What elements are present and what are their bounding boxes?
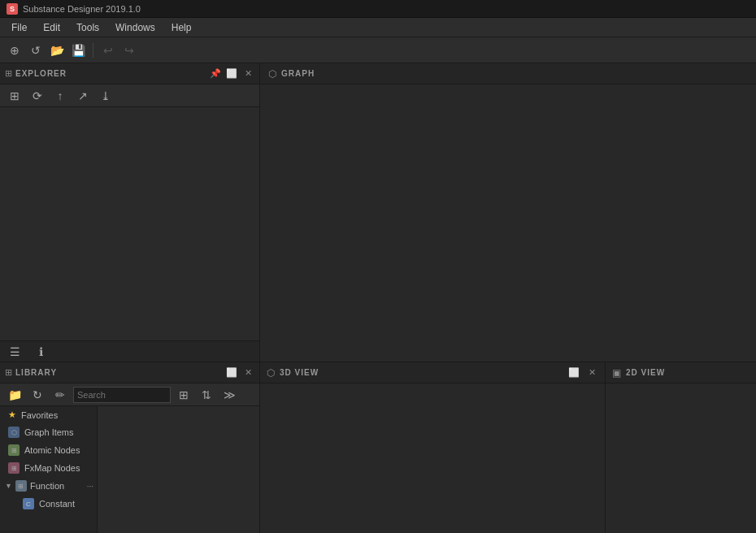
- close-icon: ✕: [589, 367, 596, 378]
- star-icon: ★: [8, 410, 16, 420]
- graph-content[interactable]: [260, 84, 756, 362]
- constant-icon: C: [23, 498, 34, 509]
- explorer-header: ⊞ EXPLORER 📌 ⬜ ✕: [0, 63, 259, 84]
- search-input[interactable]: [77, 390, 167, 400]
- right-panel: ⬡ GRAPH ⬡ 3D VIEW ⬜ ✕: [260, 63, 756, 533]
- import-icon: ⤓: [101, 89, 111, 102]
- new-file-button[interactable]: ⊕: [5, 41, 24, 60]
- function-more-icon[interactable]: ···: [87, 482, 93, 491]
- menu-windows[interactable]: Windows: [107, 18, 163, 37]
- constant-label: Constant: [39, 499, 90, 509]
- title-bar: S Substance Designer 2019.1.0: [0, 0, 756, 18]
- sidebar-item-fxmap-nodes[interactable]: ⊞ FxMap Nodes: [0, 459, 97, 477]
- toolbar-separator: [93, 43, 93, 58]
- view3d-content[interactable]: [260, 384, 605, 533]
- explorer-maximize-button[interactable]: ⬜: [225, 67, 238, 80]
- 3d-view-icon: ⬡: [267, 367, 275, 379]
- main-toolbar: ⊕ ↺ 📂 💾 ↩ ↪: [0, 37, 756, 63]
- graph-panel: ⬡ GRAPH: [260, 63, 756, 362]
- library-close-button[interactable]: ✕: [241, 366, 254, 379]
- explorer-info-button[interactable]: ℹ: [31, 342, 50, 362]
- view2d-panel: ▣ 2D VIEW: [606, 362, 756, 533]
- atomic-nodes-icon: ⊞: [8, 444, 20, 456]
- explorer-bottom: ☰ ℹ: [0, 340, 259, 362]
- maximize-icon: ⬜: [568, 367, 580, 378]
- open-file-button[interactable]: 📂: [47, 41, 67, 60]
- sidebar-item-function[interactable]: ▼ ⊞ Function ···: [0, 477, 97, 495]
- add-icon: ⊞: [10, 89, 20, 102]
- redo-icon: ↪: [124, 44, 134, 57]
- menu-tools[interactable]: Tools: [68, 18, 107, 37]
- explorer-list-button[interactable]: ☰: [5, 342, 24, 362]
- sidebar-item-atomic-nodes[interactable]: ⊞ Atomic Nodes: [0, 441, 97, 459]
- explorer-panel: ⊞ EXPLORER 📌 ⬜ ✕ ⊞ ⟳: [0, 63, 259, 362]
- filter-button[interactable]: ⊞: [174, 385, 193, 405]
- library-edit-button[interactable]: ✏: [50, 385, 70, 405]
- undo-icon: ↩: [103, 44, 113, 57]
- fxmap-nodes-icon: ⊞: [8, 462, 20, 474]
- search-container[interactable]: [73, 387, 171, 403]
- more-button[interactable]: ≫: [219, 385, 239, 405]
- undo-button[interactable]: ↩: [98, 41, 118, 60]
- favorites-label: Favorites: [21, 410, 90, 420]
- left-panel: ⊞ EXPLORER 📌 ⬜ ✕ ⊞ ⟳: [0, 63, 260, 533]
- library-refresh-button[interactable]: ↻: [28, 385, 47, 405]
- chevron-down-icon: ▼: [5, 482, 12, 490]
- close-icon: ✕: [245, 367, 252, 378]
- export-icon: ↗: [78, 89, 88, 102]
- library-main-content: [98, 406, 259, 533]
- explorer-pin-button[interactable]: 📌: [209, 67, 222, 80]
- explorer-close-button[interactable]: ✕: [241, 67, 254, 80]
- explorer-link-button[interactable]: ⟳: [28, 86, 47, 106]
- edit-icon: ✏: [55, 388, 65, 401]
- view2d-content[interactable]: [606, 384, 756, 533]
- graph-title: GRAPH: [281, 69, 748, 78]
- explorer-toolbar: ⊞ ⟳ ↑ ↗ ⤓: [0, 84, 259, 107]
- view2d-header: ▣ 2D VIEW: [606, 362, 756, 384]
- filter-icon: ⊞: [179, 388, 189, 401]
- 2d-view-icon: ▣: [612, 367, 621, 379]
- library-title: LIBRARY: [15, 368, 222, 377]
- sort-icon: ⇅: [202, 388, 211, 401]
- maximize-icon: ⬜: [226, 68, 237, 79]
- graph-header: ⬡ GRAPH: [260, 63, 756, 84]
- open-recent-icon: ↺: [31, 44, 41, 57]
- pin-icon: 📌: [210, 68, 221, 79]
- library-tree: ★ Favorites ⬡ Graph Items ⊞ Atomic Nodes…: [0, 406, 98, 533]
- menu-help[interactable]: Help: [163, 18, 200, 37]
- view2d-title: 2D VIEW: [626, 368, 749, 377]
- main-layout: ⊞ EXPLORER 📌 ⬜ ✕ ⊞ ⟳: [0, 63, 756, 533]
- explorer-import-button[interactable]: ⤓: [96, 86, 115, 106]
- open-recent-button[interactable]: ↺: [26, 41, 46, 60]
- function-icon: ⊞: [15, 480, 27, 492]
- sidebar-item-constant[interactable]: C Constant: [0, 495, 97, 513]
- library-folder-button[interactable]: 📁: [5, 385, 24, 405]
- explorer-header-icon: ⊞: [5, 68, 12, 79]
- view3d-header: ⬡ 3D VIEW ⬜ ✕: [260, 362, 605, 384]
- sidebar-item-graph-items[interactable]: ⬡ Graph Items: [0, 423, 97, 441]
- refresh-icon: ↻: [33, 388, 42, 401]
- view3d-maximize-button[interactable]: ⬜: [567, 366, 580, 379]
- redo-button[interactable]: ↪: [119, 41, 139, 60]
- library-maximize-button[interactable]: ⬜: [225, 366, 238, 379]
- list-icon: ☰: [10, 345, 20, 358]
- more-icon: ≫: [224, 388, 236, 401]
- save-file-button[interactable]: 💾: [68, 41, 88, 60]
- explorer-title: EXPLORER: [15, 69, 206, 78]
- sort-button[interactable]: ⇅: [197, 385, 216, 405]
- sidebar-item-favorites[interactable]: ★ Favorites: [0, 406, 97, 423]
- menu-edit[interactable]: Edit: [35, 18, 68, 37]
- graph-items-icon: ⬡: [8, 427, 20, 438]
- fxmap-nodes-label: FxMap Nodes: [24, 463, 90, 473]
- explorer-export-button[interactable]: ↗: [73, 86, 93, 106]
- upload-icon: ↑: [58, 89, 63, 102]
- atomic-nodes-label: Atomic Nodes: [24, 445, 90, 455]
- view3d-close-button[interactable]: ✕: [585, 366, 598, 379]
- explorer-upload-button[interactable]: ↑: [50, 86, 70, 106]
- library-panel: ⊞ LIBRARY ⬜ ✕ 📁 ↻ ✏: [0, 362, 259, 533]
- bottom-right-panels: ⬡ 3D VIEW ⬜ ✕ ▣ 2D VIEW: [260, 362, 756, 533]
- app-icon: S: [7, 3, 18, 15]
- menu-file[interactable]: File: [3, 18, 35, 37]
- explorer-add-button[interactable]: ⊞: [5, 86, 24, 106]
- folder-open-icon: 📂: [50, 44, 64, 57]
